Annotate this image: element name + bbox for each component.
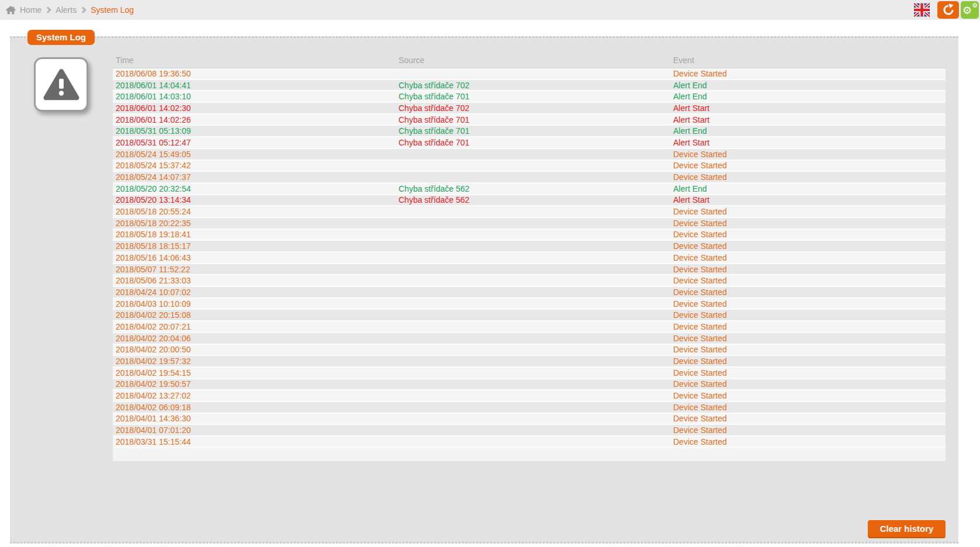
table-row: 2018/04/02 20:00:50 Device Started (113, 345, 946, 356)
cell-event: Device Started (673, 425, 946, 435)
table-row: 2018/04/02 13:27:02 Device Started (113, 390, 946, 402)
cell-event: Device Started (673, 241, 946, 251)
topbar: Home Alerts System Log ⚙ ⚙ (0, 0, 980, 20)
cell-source: Chyba střídače 701 (399, 92, 673, 101)
cell-event: Device Started (673, 345, 946, 354)
cell-event: Device Started (673, 322, 946, 331)
chevron-right-icon (45, 6, 51, 13)
cell-time: 2018/05/20 20:32:54 (113, 184, 399, 193)
gear-icon: ⚙ (962, 5, 972, 16)
cell-time: 2018/04/02 13:27:02 (113, 391, 399, 400)
cell-event: Device Started (673, 207, 946, 216)
language-flag-button[interactable] (914, 3, 930, 17)
table-row: 2018/05/31 05:13:09 Chyba střídače 701 A… (113, 126, 946, 137)
cell-time: 2018/06/01 14:02:30 (113, 103, 399, 113)
breadcrumb: Home Alerts System Log (6, 5, 134, 15)
cell-event: Device Started (673, 219, 946, 228)
gear-icon: ⚙ (972, 2, 978, 9)
cell-time: 2018/06/01 14:03:10 (113, 92, 399, 101)
page-content: System Log Time Source Event 2018/06/08 … (0, 36, 980, 543)
table-row: 2018/03/31 15:15:44 Device Started (113, 437, 946, 448)
table-row: 2018/06/01 14:02:30 Chyba střídače 702 A… (113, 103, 946, 115)
settings-button[interactable]: ⚙ ⚙ (961, 1, 979, 19)
table-row: 2018/04/02 20:15:08 Device Started (113, 310, 946, 321)
table-row: 2018/04/03 10:10:09 Device Started (113, 299, 946, 310)
table-row: 2018/05/18 19:18:41 Device Started (113, 230, 946, 241)
cell-time: 2018/03/31 15:15:44 (113, 437, 399, 446)
cell-time: 2018/05/07 11:52:22 (113, 265, 399, 274)
cell-event: Alert Start (673, 138, 946, 147)
alert-icon-card (34, 57, 88, 112)
table-row: 2018/05/18 18:15:17 Device Started (113, 241, 946, 252)
breadcrumb-current: System Log (91, 5, 134, 15)
cell-time: 2018/04/02 06:09:18 (113, 403, 399, 412)
table-row: 2018/05/18 20:22:35 Device Started (113, 218, 946, 230)
table-row: 2018/05/07 11:52:22 Device Started (113, 264, 946, 276)
cell-event: Device Started (673, 230, 946, 239)
cell-event: Alert End (673, 92, 946, 101)
cell-source: Chyba střídače 702 (399, 103, 673, 113)
cell-time: 2018/05/18 20:22:35 (113, 219, 399, 228)
cell-time: 2018/04/03 10:10:09 (113, 299, 399, 309)
cell-time: 2018/04/02 20:15:08 (113, 310, 399, 320)
cell-event: Device Started (673, 276, 946, 285)
table-row: 2018/06/01 14:04:41 Chyba střídače 702 A… (113, 80, 946, 92)
cell-event: Device Started (673, 403, 946, 412)
cell-event: Device Started (673, 161, 946, 170)
cell-event: Device Started (673, 437, 946, 446)
cell-time: 2018/05/31 05:13:09 (113, 126, 399, 136)
table-row: 2018/04/02 19:54:15 Device Started (113, 368, 946, 379)
cell-event: Alert End (673, 126, 946, 136)
panel-tab-system-log[interactable]: System Log (27, 30, 95, 45)
table-row: 2018/04/02 06:09:18 Device Started (113, 402, 946, 414)
clear-history-button[interactable]: Clear history (868, 520, 946, 538)
cell-time: 2018/04/02 20:07:21 (113, 322, 399, 331)
cell-event: Device Started (673, 288, 946, 297)
cell-time: 2018/04/01 14:36:30 (113, 414, 399, 423)
cell-event: Device Started (673, 310, 946, 320)
table-row: 2018/04/24 10:07:02 Device Started (113, 287, 946, 299)
table-row: 2018/04/01 14:36:30 Device Started (113, 414, 946, 425)
col-header-time: Time (113, 56, 399, 65)
cell-event: Device Started (673, 172, 946, 182)
cell-time: 2018/04/02 19:54:15 (113, 368, 399, 378)
cell-event: Device Started (673, 356, 946, 366)
col-header-event: Event (673, 56, 946, 65)
table-row: 2018/06/08 19:36:50 Device Started (113, 68, 946, 80)
cell-event: Device Started (673, 379, 946, 389)
cell-event: Device Started (673, 265, 946, 274)
table-row: 2018/04/02 20:07:21 Device Started (113, 321, 946, 333)
table-row: 2018/05/24 15:37:42 Device Started (113, 161, 946, 172)
cell-time: 2018/05/18 18:15:17 (113, 241, 399, 251)
breadcrumb-home[interactable]: Home (20, 5, 41, 15)
uk-flag-icon (914, 3, 930, 17)
table-footer-strip (113, 448, 946, 461)
cell-source: Chyba střídače 702 (399, 81, 673, 90)
breadcrumb-alerts[interactable]: Alerts (56, 5, 77, 15)
cell-event: Alert End (673, 81, 946, 90)
refresh-button[interactable] (937, 1, 959, 19)
table-row: 2018/05/20 20:32:54 Chyba střídače 562 A… (113, 184, 946, 195)
cell-time: 2018/05/24 15:37:42 (113, 161, 399, 170)
cell-event: Alert End (673, 184, 946, 193)
cell-event: Alert Start (673, 103, 946, 113)
cell-time: 2018/04/02 19:50:57 (113, 379, 399, 389)
cell-event: Device Started (673, 150, 946, 159)
cell-time: 2018/06/01 14:02:26 (113, 115, 399, 124)
cell-time: 2018/06/01 14:04:41 (113, 81, 399, 90)
cell-event: Alert Start (673, 195, 946, 205)
cell-time: 2018/04/02 19:57:32 (113, 356, 399, 366)
cell-event: Device Started (673, 368, 946, 378)
table-header: Time Source Event (113, 52, 946, 68)
cell-source: Chyba střídače 701 (399, 138, 673, 147)
table-row: 2018/06/01 14:03:10 Chyba střídače 701 A… (113, 91, 946, 103)
cell-time: 2018/04/02 20:04:06 (113, 334, 399, 343)
log-rows: 2018/06/08 19:36:50 Device Started 2018/… (113, 68, 946, 448)
cell-time: 2018/05/24 15:49:05 (113, 150, 399, 159)
cell-event: Device Started (673, 414, 946, 423)
cell-event: Alert Start (673, 115, 946, 124)
cell-event: Device Started (673, 253, 946, 262)
table-row: 2018/05/24 14:07:37 Device Started (113, 172, 946, 184)
home-icon[interactable] (6, 6, 16, 15)
table-row: 2018/06/01 14:02:26 Chyba střídače 701 A… (113, 115, 946, 126)
